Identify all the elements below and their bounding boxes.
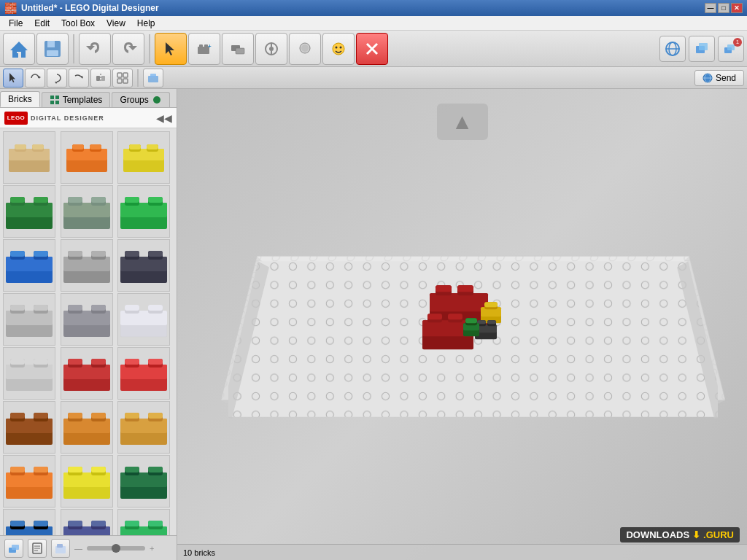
wm-icon: ⬇ bbox=[692, 529, 700, 540]
brick-green-2x2[interactable] bbox=[117, 185, 170, 238]
redo-button[interactable] bbox=[112, 33, 144, 65]
svg-rect-180 bbox=[10, 521, 25, 526]
models-button[interactable]: 1 bbox=[718, 36, 744, 62]
home-button[interactable] bbox=[3, 33, 35, 65]
lego-text: LEGO bbox=[7, 114, 26, 121]
globe-button[interactable] bbox=[659, 36, 686, 62]
brick-midgrey-2x2[interactable] bbox=[61, 293, 113, 346]
brick-orange2-2x2[interactable] bbox=[3, 455, 55, 508]
svg-rect-98 bbox=[91, 251, 106, 257]
grid-view-button[interactable] bbox=[51, 539, 70, 558]
tab-bricks[interactable]: Bricks bbox=[0, 91, 40, 107]
svg-rect-7 bbox=[199, 44, 203, 47]
svg-marker-0 bbox=[10, 42, 28, 58]
svg-rect-235 bbox=[487, 320, 496, 324]
svg-rect-138 bbox=[125, 359, 139, 365]
bricks-tab-label: Bricks bbox=[8, 94, 32, 104]
save-button[interactable] bbox=[36, 33, 69, 65]
panel-tabs: Bricks Templates Groups bbox=[0, 89, 177, 108]
brick-white-2x2[interactable] bbox=[117, 293, 170, 346]
3d-view-button[interactable] bbox=[689, 36, 715, 62]
brick-brown-2x2[interactable] bbox=[3, 401, 55, 454]
brick-red-2x2[interactable] bbox=[61, 347, 113, 400]
rotate-z-button[interactable] bbox=[69, 69, 89, 88]
brick-tan-2x2[interactable] bbox=[61, 401, 113, 454]
undo-button[interactable] bbox=[79, 33, 111, 65]
brick-orange-1x2[interactable] bbox=[61, 131, 113, 184]
flip-button[interactable] bbox=[90, 69, 111, 88]
svg-rect-39 bbox=[117, 79, 122, 83]
snap-button[interactable] bbox=[112, 69, 133, 88]
brick-blue-2x2[interactable] bbox=[3, 239, 55, 292]
select-sub-button[interactable] bbox=[3, 69, 23, 88]
brick-blue2-2x4[interactable] bbox=[3, 509, 55, 535]
menu-edit[interactable]: Edit bbox=[28, 17, 55, 30]
send-button[interactable]: Send bbox=[694, 70, 744, 86]
svg-rect-47 bbox=[55, 96, 59, 99]
logo-bar: LEGO DIGITAL DESIGNER ◀◀ bbox=[0, 108, 177, 128]
view-toggle-button[interactable] bbox=[143, 69, 163, 88]
left-panel: Bricks Templates Groups LEGO DIGITAL DES… bbox=[0, 89, 177, 560]
menu-toolbox[interactable]: Tool Box bbox=[55, 17, 101, 30]
select-tool-button[interactable] bbox=[155, 33, 187, 65]
brick-dkblue-2x4[interactable] bbox=[61, 509, 113, 535]
hinge-button[interactable] bbox=[255, 33, 287, 65]
toolbar-sep-2 bbox=[149, 34, 150, 63]
svg-rect-90 bbox=[10, 251, 25, 257]
tab-groups[interactable]: Groups bbox=[112, 92, 169, 107]
svg-rect-27 bbox=[699, 43, 708, 50]
brick-green2-2x4[interactable] bbox=[117, 509, 170, 535]
svg-rect-150 bbox=[68, 413, 82, 419]
brick-lgrey2-2x2[interactable] bbox=[3, 347, 55, 400]
svg-rect-92 bbox=[34, 251, 48, 257]
rotate-mode-button[interactable] bbox=[25, 69, 45, 88]
brick-brightred-2x2[interactable] bbox=[117, 347, 170, 400]
svg-marker-31 bbox=[39, 76, 41, 79]
standard-view-button[interactable] bbox=[4, 539, 23, 558]
svg-rect-72 bbox=[10, 197, 25, 203]
title-bar: 🧱 Untitled* - LEGO Digital Designer — □ … bbox=[0, 0, 747, 16]
svg-rect-188 bbox=[91, 521, 106, 526]
menu-help[interactable]: Help bbox=[131, 17, 161, 30]
maximize-button[interactable]: □ bbox=[718, 3, 729, 13]
brick-yellow-1x2[interactable] bbox=[117, 131, 170, 184]
add-brick-button[interactable]: + bbox=[188, 33, 220, 65]
dd-text: DIGITAL DESIGNER bbox=[31, 114, 104, 122]
svg-rect-96 bbox=[68, 251, 82, 257]
brick-yellow2-2x2[interactable] bbox=[61, 455, 113, 508]
svg-point-13 bbox=[269, 47, 274, 51]
brick-lightgrey-2x2[interactable] bbox=[61, 239, 113, 292]
delete-button[interactable] bbox=[356, 33, 388, 65]
minimize-button[interactable]: — bbox=[705, 3, 716, 13]
menu-view[interactable]: View bbox=[101, 17, 131, 30]
svg-point-50 bbox=[153, 96, 160, 104]
svg-rect-162 bbox=[10, 467, 25, 472]
brick-sand-green-2x2[interactable] bbox=[61, 185, 113, 238]
tab-templates[interactable]: Templates bbox=[42, 92, 111, 107]
svg-rect-108 bbox=[10, 305, 25, 311]
collapse-button[interactable]: ◀◀ bbox=[156, 112, 172, 124]
brick-grey-2x2[interactable] bbox=[3, 293, 55, 346]
main-canvas[interactable]: ▲ bbox=[177, 89, 747, 560]
brick-tan-1x2[interactable] bbox=[3, 131, 55, 184]
watermark: DOWNLOADS ⬇ .GURU bbox=[620, 527, 740, 542]
zoom-thumb[interactable] bbox=[112, 544, 120, 553]
zoom-slider[interactable] bbox=[87, 546, 145, 551]
svg-rect-34 bbox=[96, 76, 100, 81]
clone-button[interactable] bbox=[222, 33, 254, 65]
svg-rect-174 bbox=[125, 467, 139, 472]
svg-rect-176 bbox=[148, 467, 163, 472]
menu-file[interactable]: File bbox=[3, 17, 28, 30]
building-guide-button[interactable] bbox=[28, 539, 47, 558]
brick-dark-green-2x2[interactable] bbox=[3, 185, 55, 238]
svg-point-17 bbox=[301, 44, 309, 52]
close-button[interactable]: ✕ bbox=[731, 3, 743, 13]
brick-dkgreen2-2x2[interactable] bbox=[117, 455, 170, 508]
lego-logo: LEGO DIGITAL DESIGNER bbox=[4, 112, 104, 125]
paint-button[interactable] bbox=[289, 33, 321, 65]
brick-sandyellow-2x2[interactable] bbox=[117, 401, 170, 454]
svg-rect-168 bbox=[68, 467, 82, 472]
rotate-y-button[interactable] bbox=[47, 69, 67, 88]
face-button[interactable] bbox=[322, 33, 355, 65]
brick-darkgrey-2x2[interactable] bbox=[117, 239, 170, 292]
